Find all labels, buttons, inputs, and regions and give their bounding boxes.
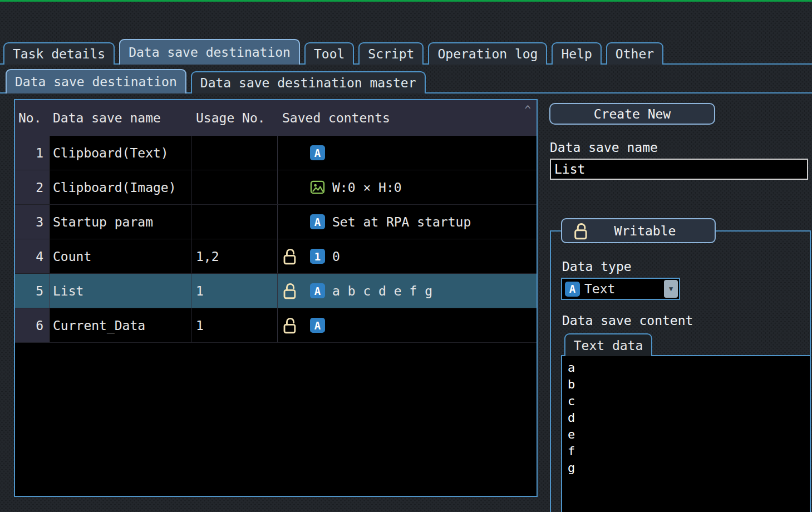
saved-contents-cell: W:0 × H:0 [278,170,537,204]
usage-cell [191,170,278,204]
lock-slot [282,317,310,334]
writable-toggle-button[interactable]: Writable [561,218,716,243]
unlocked-icon [573,222,589,240]
row-number: 2 [15,170,50,204]
row-number: 5 [15,274,50,308]
text-type-icon: A [565,282,580,297]
text-data-editor[interactable]: a b c d e f g [561,355,811,512]
table-header: No. Data save name Usage No. Saved conte… [15,100,537,136]
header-usage-no[interactable]: Usage No. [191,111,278,125]
unlocked-icon [282,317,298,334]
saved-content-text: a b c d e f g [332,284,432,298]
data-save-name-cell: List [50,274,191,308]
tab-other[interactable]: Other [606,42,663,65]
saved-contents-cell: A [278,136,537,170]
data-save-name-cell: Count [50,239,191,273]
top-accent-line [0,0,812,2]
row-number: 6 [15,308,50,342]
create-new-button[interactable]: Create New [549,103,715,125]
data-save-content-label: Data save content [562,313,693,328]
image-type-icon [310,180,325,195]
text-type-icon: A [310,214,325,229]
saved-contents-cell: A Set at RPA startup [278,205,537,239]
tab-script[interactable]: Script [358,42,424,65]
text-type-icon: A [310,318,325,333]
row-number: 3 [15,205,50,239]
usage-cell [191,136,278,170]
data-save-name-cell: Current_Data [50,308,191,342]
text-type-icon: A [310,283,325,298]
saved-contents-cell: A a b c d e f g [278,274,537,308]
lock-slot [282,282,310,299]
tab-text-data[interactable]: Text data [564,333,652,356]
usage-cell: 1 [191,308,278,342]
usage-cell [191,205,278,239]
data-save-name-cell: Clipboard(Image) [50,170,191,204]
text-type-icon: A [310,145,325,160]
main-tab-bar: Task details Data save destination Tool … [3,39,663,65]
unlocked-icon [282,248,298,265]
data-save-name-cell: Clipboard(Text) [50,136,191,170]
table-row[interactable]: 2 Clipboard(Image) W:0 × H:0 [15,170,537,205]
saved-content-text: W:0 × H:0 [332,180,402,195]
table-row[interactable]: 6 Current_Data 1 A [15,308,537,343]
data-save-table: No. Data save name Usage No. Saved conte… [14,99,538,497]
writable-label: Writable [589,224,715,238]
app-window: Task details Data save destination Tool … [0,0,812,512]
tab-help[interactable]: Help [552,42,601,65]
table-row[interactable]: 1 Clipboard(Text) A [15,136,537,170]
saved-contents-cell: A [278,308,537,342]
unlocked-icon [282,282,298,299]
saved-content-text: Set at RPA startup [332,215,471,229]
number-type-icon: 1 [310,249,325,264]
data-save-name-input[interactable] [550,159,808,180]
subtab-data-save-destination[interactable]: Data save destination [6,69,186,93]
header-saved-contents[interactable]: Saved contents [278,111,537,125]
subtab-data-save-destination-master[interactable]: Data save destination master [191,71,426,93]
table-row[interactable]: 3 Startup param A Set at RPA startup [15,205,537,239]
saved-content-text: 0 [332,249,340,264]
row-number: 1 [15,136,50,170]
data-type-value: Text [584,282,615,296]
chevron-down-icon[interactable]: ▼ [664,280,678,298]
usage-cell: 1,2 [191,239,278,273]
saved-contents-cell: 1 0 [278,239,537,273]
row-number: 4 [15,239,50,273]
header-data-save-name[interactable]: Data save name [50,111,191,125]
data-type-label: Data type [562,259,632,274]
table-row-selected[interactable]: 5 List 1 A a b c d e f g [15,274,537,308]
tab-data-save-destination[interactable]: Data save destination [119,39,300,65]
sort-indicator-icon: ^ [525,104,531,116]
data-save-name-label: Data save name [550,140,658,155]
lock-slot [282,248,310,265]
tab-task-details[interactable]: Task details [3,42,115,65]
header-no[interactable]: No. [15,111,50,125]
data-type-dropdown[interactable]: A Text ▼ [561,278,680,300]
data-save-name-cell: Startup param [50,205,191,239]
tab-operation-log[interactable]: Operation log [428,42,547,65]
sub-tab-bar: Data save destination Data save destinat… [6,69,426,93]
table-row[interactable]: 4 Count 1,2 1 0 [15,239,537,274]
usage-cell: 1 [191,274,278,308]
tab-tool[interactable]: Tool [304,42,354,65]
